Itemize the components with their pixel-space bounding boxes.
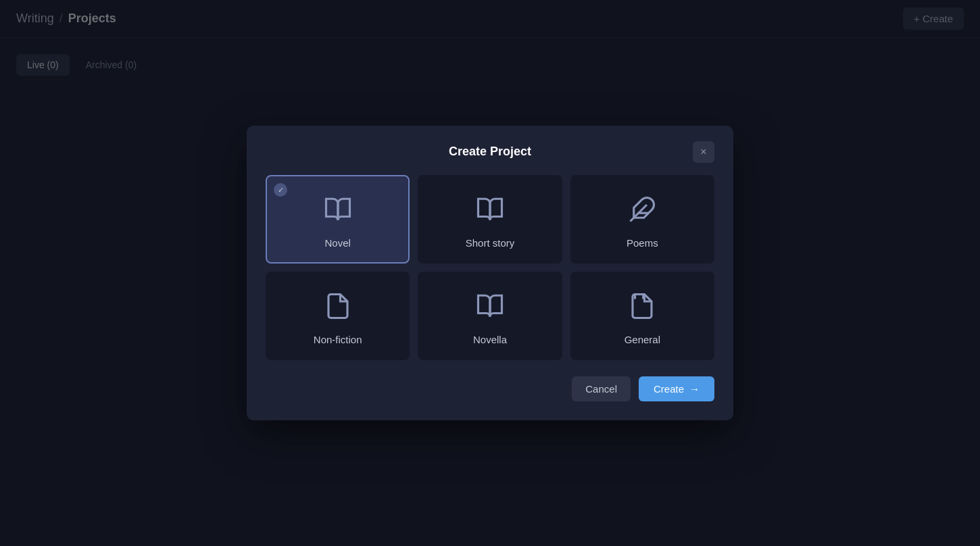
novel-label: Novel <box>324 237 350 249</box>
poems-label: Poems <box>627 237 658 249</box>
non-fiction-icon <box>324 292 352 324</box>
project-type-grid: ✓ Novel Short story <box>266 175 714 360</box>
project-card-novel[interactable]: ✓ Novel <box>266 175 410 264</box>
modal-close-button[interactable]: × <box>693 141 714 163</box>
selected-check-icon: ✓ <box>274 183 287 197</box>
cancel-button[interactable]: Cancel <box>572 376 631 401</box>
project-card-poems[interactable]: Poems <box>570 175 714 264</box>
general-label: General <box>624 334 660 345</box>
novella-label: Novella <box>473 334 507 345</box>
general-icon <box>628 292 656 324</box>
modal-overlay: Create Project × ✓ Novel <box>0 0 980 546</box>
modal-header: Create Project × <box>266 145 714 159</box>
short-story-label: Short story <box>466 237 515 249</box>
modal-footer: Cancel Create → <box>266 376 714 401</box>
project-card-novella[interactable]: Novella <box>418 272 562 360</box>
project-card-short-story[interactable]: Short story <box>418 175 562 264</box>
create-project-modal: Create Project × ✓ Novel <box>247 126 733 420</box>
novel-icon <box>324 195 352 228</box>
short-story-icon <box>476 195 504 228</box>
poems-icon <box>628 195 656 228</box>
create-submit-label: Create <box>654 383 684 395</box>
create-submit-button[interactable]: Create → <box>639 376 714 401</box>
create-arrow-icon: → <box>689 383 700 395</box>
project-card-general[interactable]: General <box>570 272 714 360</box>
novella-icon <box>476 292 504 324</box>
non-fiction-label: Non-fiction <box>314 334 362 345</box>
modal-title: Create Project <box>449 145 531 159</box>
project-card-non-fiction[interactable]: Non-fiction <box>266 272 410 360</box>
